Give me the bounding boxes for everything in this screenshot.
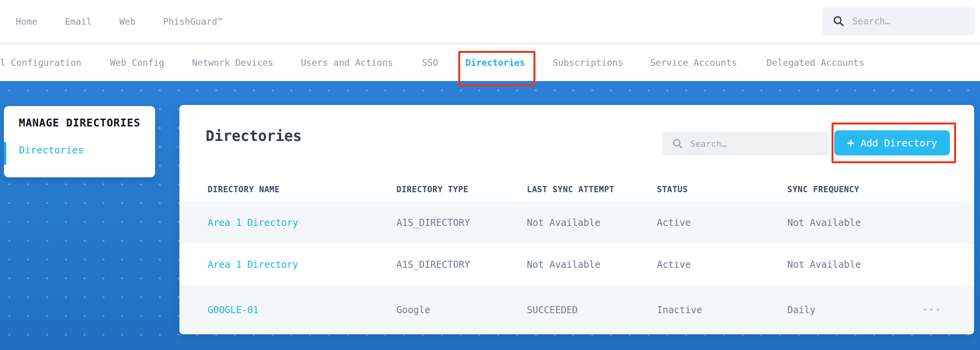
nav-item-home[interactable]: Home bbox=[16, 16, 37, 27]
sync-frequency-value: Not Available bbox=[787, 259, 922, 270]
table-row: Area 1 Directory A1S_DIRECTORY Not Avail… bbox=[179, 202, 974, 244]
sync-frequency-value: Not Available bbox=[787, 217, 922, 228]
directories-search-input[interactable] bbox=[690, 139, 808, 149]
nav-item-phishguard[interactable]: PhishGuard™ bbox=[163, 16, 222, 27]
tab-web-config[interactable]: Web Config bbox=[110, 44, 164, 81]
status-value: Active bbox=[657, 259, 787, 270]
col-status: STATUS bbox=[657, 185, 787, 194]
top-navigation: Home Email Web PhishGuard™ bbox=[0, 0, 980, 43]
global-search-box[interactable] bbox=[823, 7, 975, 35]
last-sync-value: Not Available bbox=[527, 259, 657, 270]
global-search-input[interactable] bbox=[852, 16, 962, 26]
status-value: Active bbox=[657, 217, 787, 228]
last-sync-value: SUCCEEDED bbox=[527, 305, 657, 316]
tab-network-devices[interactable]: Network Devices bbox=[192, 44, 273, 81]
sidebar-item-directories[interactable]: Directories bbox=[19, 144, 84, 156]
directory-name-link[interactable]: Area 1 Directory bbox=[208, 259, 396, 270]
tab-email-configuration[interactable]: l Configuration bbox=[0, 44, 81, 81]
nav-item-web[interactable]: Web bbox=[119, 16, 136, 27]
top-nav-items: Home Email Web PhishGuard™ bbox=[0, 16, 223, 27]
col-last-sync-attempt: LAST SYNC ATTEMPT bbox=[527, 185, 657, 194]
last-sync-value: Not Available bbox=[527, 217, 657, 228]
tab-subscriptions[interactable]: Subscriptions bbox=[553, 44, 623, 81]
search-icon bbox=[672, 138, 683, 149]
directory-name-link[interactable]: Area 1 Directory bbox=[208, 217, 396, 228]
status-value: Inactive bbox=[657, 305, 787, 316]
sidebar-active-indicator bbox=[4, 142, 6, 165]
sidebar-heading: MANAGE DIRECTORIES bbox=[19, 117, 141, 129]
manage-directories-card: MANAGE DIRECTORIES Directories bbox=[4, 106, 155, 177]
app-window: Home Email Web PhishGuard™ l Configurati… bbox=[0, 0, 980, 350]
directory-name-link[interactable]: GOOGLE-01 bbox=[208, 305, 396, 316]
col-directory-name: DIRECTORY NAME bbox=[208, 185, 396, 194]
col-directory-type: DIRECTORY TYPE bbox=[396, 185, 527, 194]
page-title: Directories bbox=[206, 128, 302, 144]
directories-search-box[interactable] bbox=[663, 132, 828, 155]
tab-delegated-accounts[interactable]: Delegated Accounts bbox=[767, 44, 864, 81]
tab-users-and-actions[interactable]: Users and Actions bbox=[301, 44, 393, 81]
annotation-box-directories-tab bbox=[458, 51, 535, 86]
table-header-row: DIRECTORY NAME DIRECTORY TYPE LAST SYNC … bbox=[179, 177, 974, 202]
annotation-box-add-directory bbox=[832, 123, 956, 163]
directory-type-value: A1S_DIRECTORY bbox=[396, 217, 527, 228]
tab-sso[interactable]: SSO bbox=[422, 44, 438, 81]
search-icon bbox=[833, 15, 844, 27]
row-menu-ellipsis-icon[interactable]: ••• bbox=[922, 305, 974, 315]
tab-service-accounts[interactable]: Service Accounts bbox=[650, 44, 737, 81]
directory-type-value: A1S_DIRECTORY bbox=[396, 259, 527, 270]
col-sync-frequency: SYNC FREQUENCY bbox=[787, 185, 922, 194]
sync-frequency-value: Daily bbox=[787, 305, 922, 316]
table-row: Area 1 Directory A1S_DIRECTORY Not Avail… bbox=[179, 244, 974, 285]
table-row: GOOGLE-01 Google SUCCEEDED Inactive Dail… bbox=[179, 285, 974, 334]
nav-item-email[interactable]: Email bbox=[65, 16, 92, 27]
directory-type-value: Google bbox=[396, 305, 527, 316]
